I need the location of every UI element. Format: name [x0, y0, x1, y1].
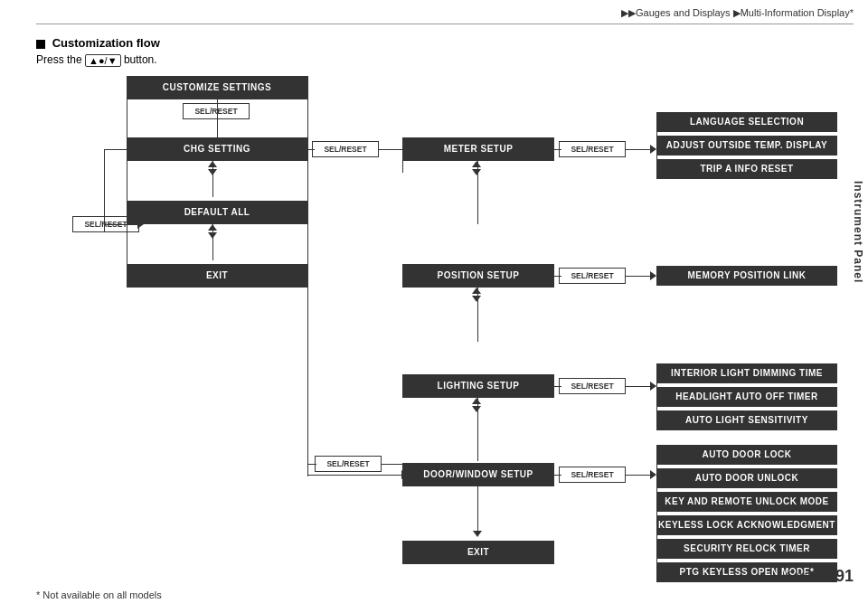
box-lighting-setup: LIGHTING SETUP — [402, 374, 554, 398]
line-sel-mem — [626, 276, 653, 277]
square-bullet — [36, 40, 45, 49]
box-auto-door-lock: AUTO DOOR LOCK — [656, 445, 837, 465]
footer-note: * Not available on all models — [36, 589, 162, 600]
sel-reset-lighting: SEL/RESET — [559, 378, 626, 394]
arrow-loop-door — [401, 470, 408, 479]
box-adjust-outside: ADJUST OUTSIDE TEMP. DISPLAY — [656, 136, 837, 156]
box-position-setup: POSITION SETUP — [402, 264, 554, 288]
box-auto-light: AUTO LIGHT SENSITIVITY — [656, 410, 837, 430]
press-text: Press the ▲●/▼ button. — [36, 53, 841, 67]
header-divider — [36, 24, 854, 24]
sel-reset-1: SEL/RESET — [183, 103, 250, 119]
line-v-chg-default — [212, 161, 213, 197]
continued-label: Continued — [787, 570, 832, 580]
line-sel-int — [626, 386, 653, 387]
line-left-border — [127, 76, 127, 288]
box-language-selection: LANGUAGE SELECTION — [656, 112, 837, 132]
section-title: Customization flow — [36, 36, 841, 50]
box-interior-light: INTERIOR LIGHT DIMMING TIME — [656, 363, 837, 383]
box-security-relock: SECURITY RELOCK TIMER — [656, 539, 837, 559]
arrow-door-exit — [473, 531, 482, 537]
line-light-sel — [554, 386, 561, 387]
line-left-2 — [104, 224, 140, 225]
sel-reset-2: SEL/RESET — [312, 141, 379, 157]
sidebar-label: Instrument Panel — [852, 181, 864, 283]
line-meter-sel — [554, 149, 561, 150]
line-sel-auto — [626, 475, 653, 476]
box-default-all: DEFAULT ALL — [127, 201, 307, 224]
arrows-position — [472, 288, 481, 302]
line-v-door-exit — [477, 486, 478, 533]
line-v-light-door — [477, 398, 478, 461]
box-exit-bottom: EXIT — [402, 541, 554, 564]
box-memory-position: MEMORY POSITION LINK — [656, 266, 837, 286]
line-h-chg-sel — [307, 149, 315, 150]
box-trip-a-info: TRIP A INFO RESET — [656, 159, 837, 179]
sel-reset-door-left: SEL/RESET — [315, 456, 382, 472]
line-v-default-exit — [212, 224, 213, 260]
arrow-door-right — [650, 470, 656, 479]
line-v-meter-pos — [477, 161, 478, 224]
box-meter-setup: METER SETUP — [402, 137, 554, 161]
box-headlight-auto: HEADLIGHT AUTO OFF TIMER — [656, 387, 837, 407]
line-door-sel-l2 — [307, 464, 316, 465]
line-v1 — [217, 99, 218, 119]
sel-reset-door: SEL/RESET — [559, 467, 626, 483]
line-v-pos-light — [477, 288, 478, 342]
arrows-lighting — [472, 398, 481, 412]
box-key-remote: KEY AND REMOTE UNLOCK MODE — [656, 492, 837, 512]
line-door-sel-l — [382, 464, 404, 465]
line-loop-top — [217, 76, 307, 77]
page-number: 91 — [835, 567, 854, 586]
line-left-1 — [104, 149, 127, 150]
line-loop-door — [307, 475, 404, 476]
line-door-sel — [554, 475, 561, 476]
line-h-sel-meter — [379, 149, 402, 150]
line-v-door-items — [656, 455, 657, 582]
arrow-light-right — [650, 382, 656, 391]
line-sel-lang — [626, 149, 653, 150]
breadcrumb: ▶▶Gauges and Displays ▶Multi-Information… — [621, 7, 854, 19]
line-v1b — [217, 119, 218, 137]
box-auto-door-unlock: AUTO DOOR UNLOCK — [656, 468, 837, 488]
box-chg-setting: CHG SETTING — [127, 137, 307, 161]
arrow-pos-right — [650, 271, 656, 280]
box-customize-settings: CUSTOMIZE SETTINGS — [127, 76, 307, 99]
button-symbol: ▲●/▼ — [85, 54, 120, 67]
box-keyless-lock: KEYLESS LOCK ACKNOWLEDGMENT — [656, 515, 837, 535]
arrows-meter — [472, 161, 481, 175]
sel-reset-position: SEL/RESET — [559, 268, 626, 284]
box-exit-top: EXIT — [127, 264, 307, 288]
line-v-lang — [656, 122, 657, 179]
line-v-light-items — [656, 373, 657, 430]
flow-diagram: CUSTOMIZE SETTINGS SEL/RESET CHG SETTING… — [36, 76, 832, 582]
main-content: Customization flow Press the ▲●/▼ button… — [36, 36, 841, 568]
line-left-v — [104, 149, 105, 232]
sel-reset-meter: SEL/RESET — [559, 141, 626, 157]
arrow-meter-right — [650, 145, 656, 154]
line-pos-sel — [554, 276, 561, 277]
box-door-window-setup: DOOR/WINDOW SETUP — [402, 463, 554, 486]
line-loop-left — [307, 76, 308, 476]
